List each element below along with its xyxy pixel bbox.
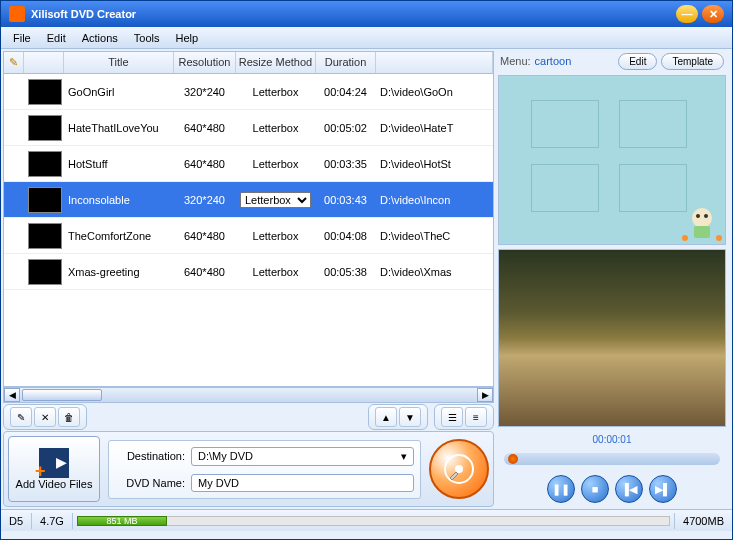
row-resolution: 640*480: [174, 120, 236, 136]
row-title: TheComfortZone: [64, 228, 174, 244]
menu-cell: [619, 100, 687, 148]
row-path: D:\video\Xmas: [376, 264, 493, 280]
move-up-button[interactable]: ▲: [375, 407, 397, 427]
col-title[interactable]: Title: [64, 52, 174, 73]
row-marker: [4, 234, 24, 238]
used-space: 851 MB: [77, 516, 167, 526]
plus-icon: +: [35, 461, 46, 482]
row-marker: [4, 198, 24, 202]
resize-select[interactable]: Letterbox: [240, 192, 311, 208]
menu-file[interactable]: File: [7, 30, 37, 46]
view-detail-button[interactable]: ≡: [465, 407, 487, 427]
row-duration: 00:05:38: [316, 264, 376, 280]
svg-point-3: [696, 214, 700, 218]
svg-point-2: [692, 208, 712, 228]
row-resize[interactable]: Letterbox: [236, 190, 316, 210]
scroll-right-icon[interactable]: ▶: [477, 388, 493, 402]
move-down-button[interactable]: ▼: [399, 407, 421, 427]
app-icon: [9, 6, 25, 22]
video-grid: ✎ Title Resolution Resize Method Duratio…: [3, 51, 494, 387]
close-button[interactable]: ✕: [702, 5, 724, 23]
pause-button[interactable]: ❚❚: [547, 475, 575, 503]
row-duration: 00:04:08: [316, 228, 376, 244]
row-marker: [4, 90, 24, 94]
film-icon: +: [39, 448, 69, 478]
view-list-button[interactable]: ☰: [441, 407, 463, 427]
row-path: D:\video\Incon: [376, 192, 493, 208]
row-resize: Letterbox: [236, 84, 316, 100]
menu-preview[interactable]: [498, 75, 726, 245]
row-thumb: [24, 257, 64, 287]
row-path: D:\video\HateT: [376, 120, 493, 136]
row-title: HotStuff: [64, 156, 174, 172]
menu-cell: [531, 164, 599, 212]
col-thumb: [24, 52, 64, 73]
menu-help[interactable]: Help: [169, 30, 204, 46]
burn-icon: [442, 452, 476, 486]
menu-cell: [531, 100, 599, 148]
grid-header: ✎ Title Resolution Resize Method Duratio…: [4, 52, 493, 74]
h-scrollbar[interactable]: ◀ ▶: [3, 387, 494, 403]
dvdname-input[interactable]: My DVD: [191, 474, 414, 492]
row-resolution: 640*480: [174, 264, 236, 280]
table-row[interactable]: TheComfortZone640*480Letterbox00:04:08D:…: [4, 218, 493, 254]
destination-label: Destination:: [115, 450, 185, 462]
add-video-button[interactable]: + Add Video Files: [8, 436, 100, 502]
menu-edit[interactable]: Edit: [41, 30, 72, 46]
grid-body: GoOnGirl320*240Letterbox00:04:24D:\video…: [4, 74, 493, 386]
row-title: GoOnGirl: [64, 84, 174, 100]
row-resize: Letterbox: [236, 120, 316, 136]
seek-bar[interactable]: [504, 453, 720, 465]
menu-edit-button[interactable]: Edit: [618, 53, 657, 70]
disc-type[interactable]: D5: [1, 513, 32, 529]
row-resize: Letterbox: [236, 156, 316, 172]
scroll-thumb[interactable]: [22, 389, 102, 401]
menu-template-button[interactable]: Template: [661, 53, 724, 70]
minimize-button[interactable]: —: [676, 5, 698, 23]
menu-name: cartoon: [535, 55, 572, 67]
table-row[interactable]: Inconsolable320*240Letterbox00:03:43D:\v…: [4, 182, 493, 218]
playtime-display: 00:00:01: [498, 431, 726, 447]
col-resolution[interactable]: Resolution: [174, 52, 236, 73]
disc-capacity: 4.7G: [32, 513, 73, 529]
seek-knob[interactable]: [508, 454, 518, 464]
svg-point-7: [716, 235, 722, 241]
add-video-label: Add Video Files: [16, 478, 93, 490]
titlebar: Xilisoft DVD Creator — ✕: [1, 1, 732, 27]
row-marker: [4, 126, 24, 130]
burn-button[interactable]: [429, 439, 489, 499]
row-duration: 00:03:35: [316, 156, 376, 172]
prev-button[interactable]: ▐◀: [615, 475, 643, 503]
row-thumb: [24, 149, 64, 179]
row-title: Xmas-greeting: [64, 264, 174, 280]
col-duration[interactable]: Duration: [316, 52, 376, 73]
destination-select[interactable]: D:\My DVD▾: [191, 447, 414, 466]
svg-point-4: [704, 214, 708, 218]
clear-button[interactable]: 🗑: [58, 407, 80, 427]
row-title: Inconsolable: [64, 192, 174, 208]
menu-tools[interactable]: Tools: [128, 30, 166, 46]
video-player[interactable]: [498, 249, 726, 427]
total-space: 4700MB: [674, 513, 732, 529]
stop-button[interactable]: ■: [581, 475, 609, 503]
remove-item-button[interactable]: ✕: [34, 407, 56, 427]
output-panel: + Add Video Files Destination: D:\My DVD…: [3, 431, 494, 507]
table-row[interactable]: HateThatILoveYou640*480Letterbox00:05:02…: [4, 110, 493, 146]
col-path[interactable]: [376, 52, 493, 73]
player-controls: ❚❚ ■ ▐◀ ▶▌: [498, 471, 726, 507]
edit-item-button[interactable]: ✎: [10, 407, 32, 427]
table-row[interactable]: HotStuff640*480Letterbox00:03:35D:\video…: [4, 146, 493, 182]
row-path: D:\video\GoOn: [376, 84, 493, 100]
dvdname-label: DVD Name:: [115, 477, 185, 489]
col-edit-icon[interactable]: ✎: [4, 52, 24, 73]
scroll-left-icon[interactable]: ◀: [4, 388, 20, 402]
row-resolution: 640*480: [174, 156, 236, 172]
row-thumb: [24, 221, 64, 251]
menu-panel: Menu: cartoon Edit Template: [498, 51, 726, 71]
col-resize[interactable]: Resize Method: [236, 52, 316, 73]
table-row[interactable]: Xmas-greeting640*480Letterbox00:05:38D:\…: [4, 254, 493, 290]
next-button[interactable]: ▶▌: [649, 475, 677, 503]
menu-actions[interactable]: Actions: [76, 30, 124, 46]
table-row[interactable]: GoOnGirl320*240Letterbox00:04:24D:\video…: [4, 74, 493, 110]
app-title: Xilisoft DVD Creator: [31, 8, 136, 20]
